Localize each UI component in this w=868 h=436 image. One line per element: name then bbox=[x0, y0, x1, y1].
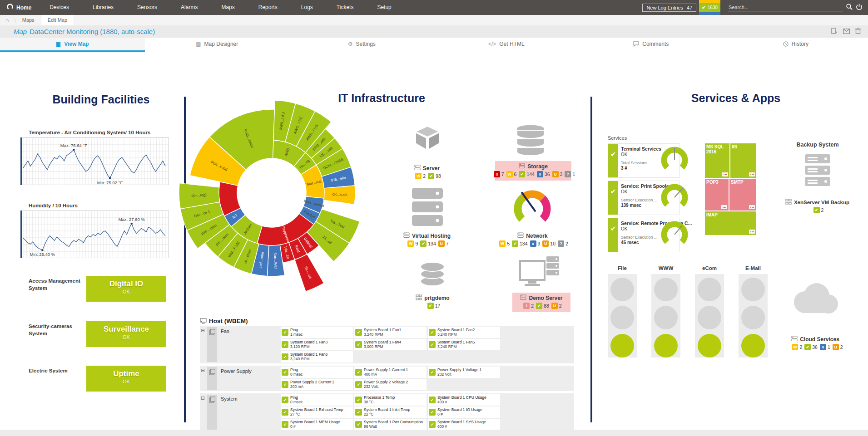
status-badge-paused[interactable]: II bbox=[820, 344, 826, 350]
tab-view-map[interactable]: ▣View Map bbox=[0, 38, 145, 52]
sensor-cell[interactable]: ✔System Board 1 IO Usage0 # bbox=[428, 407, 500, 418]
sensor-cell[interactable]: ✔System Board 1 Exhaust Temp27 °C bbox=[281, 407, 353, 418]
status-badge-down[interactable]: ‼ bbox=[494, 171, 500, 177]
home-icon[interactable]: ⌂ bbox=[0, 17, 15, 24]
home-nav[interactable]: Home bbox=[0, 3, 38, 12]
status-circle[interactable] bbox=[654, 334, 678, 358]
status-badge-warning[interactable]: W bbox=[506, 171, 513, 177]
sensor-cell[interactable]: ✔Power Supply 1 Current 1400 mA bbox=[354, 367, 427, 378]
sensor-cell[interactable]: ✔Processor 1 Temp38 °C bbox=[354, 394, 427, 406]
backup-server-icon[interactable] bbox=[804, 153, 831, 188]
status-badge-ok[interactable]: ✔ bbox=[420, 240, 427, 247]
nav-item-alarms[interactable]: Alarms bbox=[169, 0, 209, 15]
search-icon[interactable] bbox=[846, 3, 853, 12]
server-node-label[interactable]: Server bbox=[395, 165, 459, 171]
status-badge-ok[interactable]: ✔ bbox=[427, 303, 434, 309]
nav-item-maps[interactable]: Maps bbox=[209, 0, 246, 15]
logout-icon[interactable] bbox=[856, 4, 863, 12]
email-icon[interactable] bbox=[843, 28, 850, 36]
sensor-cell[interactable]: ✔System Board 1 Fan33,120 RPM bbox=[281, 339, 353, 350]
status-badge-warning[interactable]: W bbox=[499, 240, 506, 247]
tab-map-designer[interactable]: ▤Map Designer bbox=[145, 38, 290, 52]
prtgdemo-node-label[interactable]: prtgdemo bbox=[400, 294, 466, 302]
sensor-cell[interactable]: ✔System Board 1 Fan13,240 RPM bbox=[354, 327, 427, 338]
new-log-entries-button[interactable]: New Log Entries 47 bbox=[642, 4, 696, 12]
status-badge-unusual[interactable]: U bbox=[542, 240, 549, 247]
database-icon[interactable] bbox=[516, 124, 545, 158]
status-badge-paused[interactable]: II bbox=[537, 171, 543, 177]
treemap-tile-iis[interactable]: IIS bbox=[730, 143, 756, 178]
breadcrumb-maps[interactable]: Maps bbox=[16, 15, 41, 25]
status-badge-unusual[interactable]: U bbox=[438, 240, 445, 247]
sensor-cell[interactable]: ✔Ping0 msec bbox=[281, 367, 353, 378]
status-badge-unusual[interactable]: U bbox=[551, 303, 558, 309]
treemap-tile-pop3[interactable]: POP3 bbox=[705, 179, 729, 211]
nav-item-setup[interactable]: Setup bbox=[365, 0, 403, 15]
status-circle[interactable] bbox=[698, 278, 721, 301]
tab-comments[interactable]: Comments bbox=[579, 38, 724, 52]
status-badge-ok[interactable]: ✔ bbox=[512, 240, 518, 247]
status-badge-unknown[interactable]: ? bbox=[558, 240, 564, 247]
tab-get-html[interactable]: </>Get HTML bbox=[434, 38, 579, 52]
status-circle[interactable] bbox=[610, 306, 634, 329]
demo-server-node-label[interactable]: Demo Server bbox=[512, 294, 570, 301]
nav-item-sensors[interactable]: Sensors bbox=[125, 0, 169, 15]
uptime-block[interactable]: Uptime OK bbox=[86, 366, 166, 392]
sensor-cell[interactable]: ✔System Board 1 Fan43,000 RPM bbox=[354, 339, 427, 350]
status-circle[interactable] bbox=[698, 306, 721, 329]
status-circle[interactable] bbox=[698, 334, 721, 358]
disks-icon[interactable] bbox=[420, 260, 445, 287]
treemap-tile-smtp[interactable]: SMTP bbox=[729, 179, 756, 211]
search-input[interactable] bbox=[728, 4, 843, 11]
status-badge-ok[interactable]: ✔ bbox=[519, 171, 525, 177]
sensor-cell[interactable]: ✔System Board 1 Fan53,240 RPM bbox=[428, 339, 500, 350]
status-badge-unknown[interactable]: ? bbox=[565, 171, 571, 177]
tab-history[interactable]: History bbox=[724, 38, 868, 52]
sensor-cell[interactable]: ✔Ping1 msec bbox=[281, 327, 353, 338]
wbem-row-header[interactable]: ⊟Power Supply bbox=[200, 366, 281, 391]
sensor-cell[interactable]: ✔Power Supply 2 Current 2200 mA bbox=[281, 379, 353, 390]
nav-item-devices[interactable]: Devices bbox=[38, 0, 81, 15]
status-circle[interactable] bbox=[741, 278, 765, 301]
nav-item-libraries[interactable]: Libraries bbox=[81, 0, 125, 15]
status-badge-warning[interactable]: W bbox=[415, 173, 422, 179]
cloud-services-label[interactable]: Cloud Services bbox=[781, 336, 849, 343]
temperature-chart[interactable]: Max: 76.64 °FMin: 75.02 °F bbox=[20, 137, 169, 185]
network-gauge[interactable] bbox=[511, 187, 554, 230]
sensor-cell[interactable]: ✔Ping0 msec bbox=[281, 394, 353, 406]
server-rack-icon[interactable] bbox=[411, 187, 444, 229]
status-badge-warning[interactable]: W bbox=[407, 240, 414, 247]
digital-io-block[interactable]: Digital IO OK bbox=[86, 276, 166, 302]
breadcrumb-edit-map[interactable]: Edit Map bbox=[41, 15, 74, 25]
sensor-cell[interactable]: ✔System Board 1 Fan23,240 RPM bbox=[428, 327, 500, 338]
status-circle[interactable] bbox=[654, 306, 678, 329]
status-badge-warning[interactable]: W bbox=[792, 344, 798, 350]
status-badge-ok[interactable]: ✔ bbox=[428, 173, 434, 179]
status-circle[interactable] bbox=[741, 334, 765, 358]
sensor-cell[interactable]: ✔System Board 1 MEM Usage0 # bbox=[281, 419, 353, 430]
sensor-cell[interactable]: ✔System Board 1 CPU Usage400 # bbox=[428, 394, 500, 406]
status-badge-ok[interactable]: ✔ bbox=[813, 207, 820, 213]
sensor-cell[interactable]: ✔System Board 1 Pwr Consumption98 Watt bbox=[354, 419, 427, 430]
collapse-icon[interactable]: ⊟ bbox=[201, 395, 205, 401]
sensor-cell[interactable]: ✔System Board 1 SYS Usage600 # bbox=[428, 419, 500, 430]
status-circle[interactable] bbox=[741, 306, 765, 329]
network-node-label[interactable]: Network bbox=[500, 232, 565, 239]
nav-item-tickets[interactable]: Tickets bbox=[325, 0, 366, 15]
delete-icon[interactable] bbox=[855, 28, 861, 36]
status-badge-ok[interactable]: ✔ bbox=[804, 344, 811, 350]
nav-item-reports[interactable]: Reports bbox=[247, 0, 289, 15]
global-badge-ok[interactable]: ✔1638 bbox=[699, 3, 720, 12]
status-badge-down_ack[interactable]: ! bbox=[523, 303, 530, 309]
nav-item-logs[interactable]: Logs bbox=[289, 0, 325, 15]
status-circle[interactable] bbox=[654, 278, 678, 301]
cube-icon[interactable] bbox=[414, 125, 441, 151]
workstation-icon[interactable] bbox=[519, 255, 560, 288]
sensor-cell[interactable]: ✔System Board 1 Inlet Temp22 °C bbox=[354, 407, 427, 418]
sunburst-chart[interactable]: Prob...evicePort...s tbdAWSHe...ngMet...… bbox=[179, 98, 367, 299]
xenserver-backup-label[interactable]: XenServer VM Backup bbox=[778, 199, 857, 206]
sensor-cell[interactable]: ✔System Board 1 Fan63,240 RPM bbox=[281, 351, 353, 363]
status-circle[interactable] bbox=[610, 334, 634, 358]
treemap-tile-ms-sql-2016[interactable]: MS SQL 2016 bbox=[705, 143, 729, 178]
collapse-icon[interactable]: ⊟ bbox=[201, 367, 205, 373]
